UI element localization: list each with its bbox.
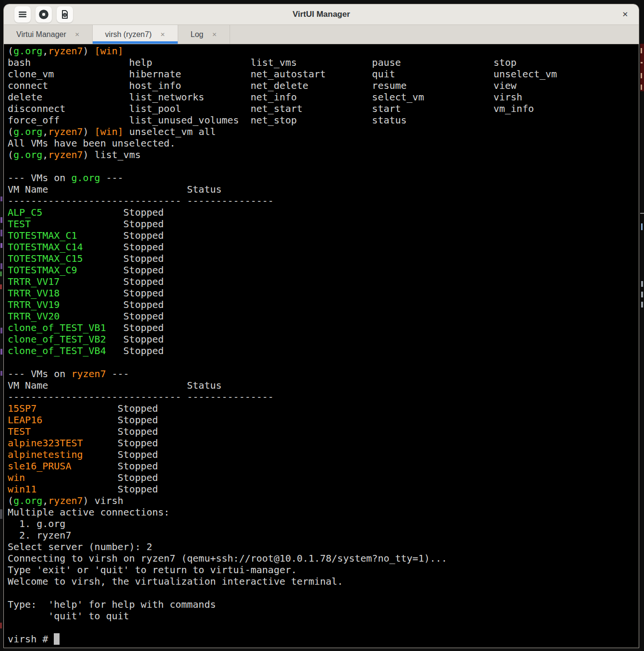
terminal-line: TRTR_VV19 Stopped [8, 299, 639, 310]
clipped-glyph-fragment [0, 349, 2, 355]
terminal-line: TOTESTMAX_C14 Stopped [8, 241, 639, 253]
terminal-line: disconnect list_pool net_start start vm_… [8, 103, 639, 114]
terminal-line: force_off list_unused_volumes net_stop s… [8, 114, 639, 126]
terminal-line: Type: 'help' for help with commands [8, 599, 639, 610]
terminal-line: connect host_info net_delete resume view [8, 80, 639, 91]
terminal-line [8, 622, 639, 633]
clipped-glyph-fragment [0, 263, 2, 269]
terminal-output: (g.org,ryzen7) [win]bash help list_vms p… [4, 44, 639, 645]
terminal-cursor [54, 633, 60, 645]
background-window-left-sliver [0, 0, 3, 651]
terminal-line: (g.org,ryzen7) list_vms [8, 149, 639, 160]
terminal-line: VM Name Status [8, 184, 639, 195]
terminal-line: Multiple active connections: [8, 506, 639, 518]
app-window: VirtUI Manager ✕ Virtui Manager✕virsh (r… [3, 4, 639, 648]
terminal-line: 1. g.org [8, 518, 639, 529]
terminal-line: Connecting to virsh on ryzen7 (qemu+ssh:… [8, 553, 639, 564]
terminal-line: alpinetesting Stopped [8, 449, 639, 460]
clipped-glyph-fragment [0, 328, 2, 333]
clipped-glyph-fragment [0, 284, 2, 289]
terminal-line: Select server (number): 2 [8, 541, 639, 553]
terminal-line: VM Name Status [8, 380, 639, 391]
document-icon [60, 10, 70, 19]
terminal-line: 'quit' to quit [8, 610, 639, 622]
terminal-line: (g.org,ryzen7) virsh [8, 495, 639, 506]
terminal-line: ------------------------------ ---------… [8, 195, 639, 207]
terminal[interactable]: (g.org,ryzen7) [win]bash help list_vms p… [4, 44, 639, 648]
terminal-line: clone_vm hibernate net_autostart quit un… [8, 68, 639, 80]
clipped-glyph-fragment [0, 623, 2, 628]
background-window-right-sliver [640, 0, 644, 651]
clipped-glyph-fragment [641, 223, 643, 230]
terminal-line: 2. ryzen7 [8, 529, 639, 541]
titlebar-buttons [4, 6, 73, 23]
terminal-line: TEST Stopped [8, 218, 639, 230]
terminal-line [8, 587, 639, 599]
clipped-glyph-fragment [641, 281, 643, 287]
terminal-line: sle16_PRUSA Stopped [8, 460, 639, 472]
clipped-glyph-fragment [0, 371, 2, 376]
terminal-line: All VMs have been unselected. [8, 137, 639, 149]
clipped-glyph-fragment [641, 73, 642, 78]
terminal-line: 15SP7 Stopped [8, 403, 639, 414]
terminal-line: bash help list_vms pause stop [8, 57, 639, 68]
terminal-line: clone_of_TEST_VB2 Stopped [8, 333, 639, 345]
terminal-line: LEAP16 Stopped [8, 414, 639, 426]
clipped-glyph-fragment [641, 62, 643, 63]
terminal-line: TOTESTMAX_C15 Stopped [8, 253, 639, 264]
lifebuoy-wheel-icon [38, 9, 49, 20]
tab-bar: Virtui Manager✕virsh (ryzen7)✕Log✕ [4, 25, 639, 44]
tab-label: virsh (ryzen7) [105, 30, 152, 39]
terminal-line: virsh # [8, 633, 639, 645]
menu-button[interactable] [14, 6, 31, 23]
log-file-button[interactable] [57, 6, 73, 23]
hamburger-icon [18, 10, 27, 19]
terminal-line: TOTESTMAX_C1 Stopped [8, 230, 639, 241]
clipped-glyph-fragment [0, 243, 2, 248]
connections-button[interactable] [36, 6, 52, 23]
titlebar[interactable]: VirtUI Manager ✕ [4, 4, 639, 25]
clipped-glyph-fragment [0, 509, 2, 519]
terminal-line: win11 Stopped [8, 483, 639, 495]
clipped-glyph-fragment [0, 197, 2, 201]
terminal-line: TRTR_VV20 Stopped [8, 310, 639, 322]
terminal-line: Welcome to virsh, the virtualization int… [8, 576, 639, 587]
tab-label: Log [191, 30, 204, 39]
tab-close-button[interactable]: ✕ [75, 31, 80, 38]
terminal-line: (g.org,ryzen7) [win] [8, 45, 639, 57]
clipped-glyph-fragment [0, 217, 2, 223]
terminal-line: delete list_networks net_info select_vm … [8, 91, 639, 103]
tab-close-button[interactable]: ✕ [160, 31, 165, 38]
clipped-window-edge-line [640, 213, 644, 214]
clipped-glyph-fragment [641, 85, 642, 90]
terminal-line: (g.org,ryzen7) [win] unselect_vm all [8, 126, 639, 137]
terminal-line: ------------------------------ ---------… [8, 391, 639, 403]
terminal-line: clone_of_TEST_VB1 Stopped [8, 322, 639, 333]
window-close-button[interactable]: ✕ [620, 4, 630, 25]
clipped-glyph-fragment [641, 292, 643, 297]
terminal-line: TOTESTMAX_C9 Stopped [8, 264, 639, 276]
window-title: VirtUI Manager [4, 10, 639, 19]
terminal-line: TRTR_VV17 Stopped [8, 276, 639, 287]
terminal-line: Type 'exit' or 'quit' to return to virtu… [8, 564, 639, 576]
terminal-line: win Stopped [8, 472, 639, 483]
terminal-line: --- VMs on ryzen7 --- [8, 368, 639, 380]
clipped-glyph-fragment [0, 230, 2, 236]
tab-label: Virtui Manager [16, 30, 66, 39]
terminal-line: TEST Stopped [8, 426, 639, 437]
terminal-line [8, 356, 639, 368]
terminal-line: --- VMs on g.org --- [8, 172, 639, 184]
clipped-glyph-fragment [0, 271, 2, 276]
tab-virsh-ryzen7[interactable]: virsh (ryzen7)✕ [93, 25, 178, 44]
clipped-glyph-fragment [641, 48, 642, 53]
terminal-line [8, 160, 639, 172]
clipped-glyph-fragment [641, 302, 643, 307]
terminal-line: ALP_C5 Stopped [8, 207, 639, 218]
tab-log[interactable]: Log✕ [178, 25, 230, 44]
tab-virtui-manager[interactable]: Virtui Manager✕ [4, 25, 93, 44]
terminal-line: TRTR_VV18 Stopped [8, 287, 639, 299]
terminal-line: alpine323TEST Stopped [8, 437, 639, 449]
terminal-line: clone_of_TEST_VB4 Stopped [8, 345, 639, 356]
tab-close-button[interactable]: ✕ [212, 31, 217, 38]
